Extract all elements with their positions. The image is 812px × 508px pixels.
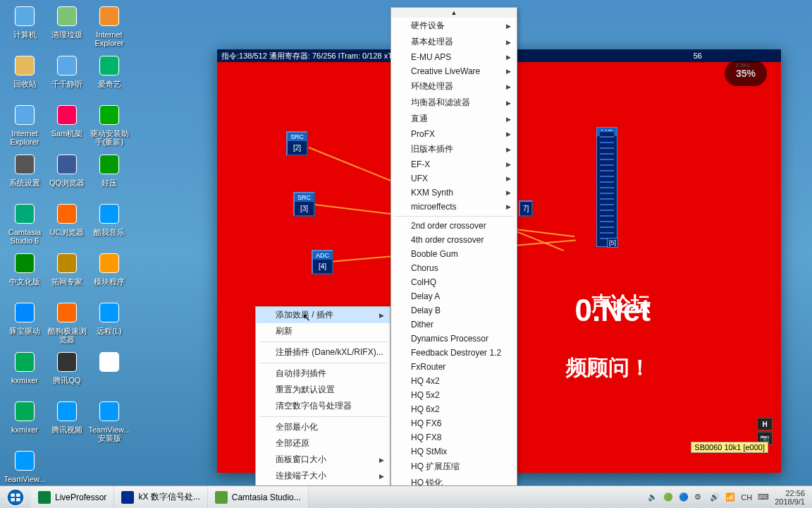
menu-item[interactable]: 刷新 — [256, 323, 390, 339]
node-body: [2] — [288, 141, 307, 155]
menu-item[interactable]: KXM Synth▶ — [391, 186, 517, 200]
desktop-icon[interactable]: TeamView...安装版 — [88, 399, 130, 448]
menu-item[interactable]: HQ 扩展压缩 — [391, 459, 517, 475]
menu-item[interactable]: HQ FX8 — [391, 430, 517, 445]
menu-scroll-up[interactable]: ▲ — [391, 8, 517, 18]
app-icon — [12, 102, 37, 128]
desktop-icon[interactable]: 系统设置 — [4, 152, 46, 201]
desktop-icon[interactable]: Internet Explorer — [88, 4, 130, 53]
desktop-icon[interactable]: 豚宝驱动 — [4, 300, 46, 349]
desktop-icon[interactable]: 酷我音乐 — [88, 201, 130, 250]
menu-item[interactable]: ProFX▶ — [391, 127, 517, 141]
menu-item[interactable]: 自动排列插件 — [256, 365, 390, 382]
watermark-3: 频顾问！ — [566, 353, 651, 382]
menu-item[interactable]: E-MU APS▶ — [391, 50, 517, 64]
dsp-node-adc-4[interactable]: ADC [4] — [312, 250, 333, 274]
desktop-icon[interactable]: 计算机 — [4, 4, 46, 53]
menu-item[interactable]: 面板窗口大小▶ — [256, 452, 390, 468]
task-label: LiveProfessor — [55, 492, 106, 502]
tray-icon[interactable]: ⚙ — [694, 492, 704, 502]
tray-icon[interactable]: 📶 — [725, 492, 735, 502]
menu-item[interactable]: Booble Gum — [391, 247, 517, 261]
tray-icon[interactable]: 🟢 — [663, 492, 673, 502]
taskbar-item[interactable]: kX 数字信号处... — [114, 486, 207, 508]
menu-item[interactable]: 2nd order crossover — [391, 219, 517, 233]
app-icon — [54, 102, 80, 128]
desktop-icon[interactable]: 模块程序 — [88, 250, 130, 300]
menu-item[interactable]: 直通▶ — [391, 111, 517, 127]
dsp-node-mid[interactable]: 7] — [519, 200, 533, 217]
menu-item[interactable]: Delay A — [391, 289, 517, 303]
menu-item[interactable]: HQ 5x2 — [391, 388, 517, 402]
desktop-icon[interactable]: 清理垃圾 — [46, 4, 88, 53]
app-icon — [38, 491, 51, 504]
menu-item[interactable]: 旧版本插件▶ — [391, 141, 517, 157]
desktop-icon[interactable]: 酷狗极速浏览器 — [46, 300, 88, 349]
taskbar-item[interactable]: Camtasia Studio... — [208, 486, 309, 508]
meter-out[interactable]: [5] — [607, 238, 618, 248]
taskbar-item[interactable]: LiveProfessor — [31, 486, 114, 508]
tray-icon[interactable]: 🔵 — [679, 492, 689, 502]
icon-label: 好压 — [102, 179, 117, 187]
ime-icon[interactable]: ⌨ — [758, 492, 769, 502]
menu-item[interactable]: 均衡器和滤波器▶ — [391, 95, 517, 111]
menu-item[interactable]: ColHQ — [391, 275, 517, 289]
menu-item[interactable]: 4th order crossover — [391, 233, 517, 247]
app-icon — [12, 349, 37, 375]
menu-item[interactable]: 重置为默认设置 — [256, 382, 390, 398]
menu-item[interactable]: Feedback Destroyer 1.2 — [391, 346, 517, 360]
clock[interactable]: 22:56 2018/9/1 — [775, 489, 805, 506]
menu-item[interactable]: 清空数字信号处理器 — [256, 398, 390, 414]
desktop-icon[interactable]: UC浏览器 — [46, 201, 88, 250]
app-icon — [12, 448, 37, 473]
desktop-icon[interactable]: Camtasia Studio 6 — [4, 201, 46, 250]
tool-button-1[interactable]: H — [757, 418, 773, 430]
desktop-icon[interactable]: Internet Explorer — [4, 102, 46, 152]
desktop-icon[interactable]: kxmixer — [4, 349, 46, 399]
desktop-icon[interactable]: 腾讯视频 — [46, 399, 88, 448]
menu-item[interactable]: HQ StMix — [391, 445, 517, 459]
desktop-icon[interactable]: 驱动安装助手(重装) — [88, 102, 130, 152]
menu-item[interactable]: FxRouter — [391, 360, 517, 374]
start-button[interactable] — [0, 486, 31, 508]
desktop-icon[interactable]: 中文化版 — [4, 250, 46, 300]
menu-item[interactable]: HQ 4x2 — [391, 374, 517, 388]
desktop-icon[interactable]: 好压 — [88, 152, 130, 201]
menu-item[interactable]: 添加效果 / 插件▶ — [256, 307, 390, 323]
svg-rect-11 — [100, 155, 119, 174]
menu-item[interactable]: HQ FX6 — [391, 416, 517, 430]
desktop-icon[interactable]: 爱奇艺 — [88, 53, 130, 102]
menu-item[interactable]: UFX▶ — [391, 171, 517, 186]
menu-item[interactable]: 注册插件 (Dane/kXL/RIFX)... — [256, 344, 390, 361]
svg-rect-21 — [16, 353, 35, 372]
desktop-icon[interactable]: Sam机架 — [46, 102, 88, 152]
desktop-icon[interactable]: kxmixer — [4, 399, 46, 448]
desktop-icon[interactable] — [88, 349, 130, 399]
menu-item[interactable]: Delay B — [391, 303, 517, 318]
menu-item[interactable]: 全部最小化 — [256, 419, 390, 435]
desktop-icon[interactable]: 腾讯QQ — [46, 349, 88, 399]
tray-icon[interactable]: 🔊 — [710, 492, 720, 502]
desktop-icon[interactable]: QQ浏览器 — [46, 152, 88, 201]
tray-icon[interactable]: 🔈 — [648, 492, 658, 502]
desktop-icon[interactable]: 回收站 — [4, 53, 46, 102]
desktop-icon[interactable]: 远程(L) — [88, 300, 130, 349]
menu-item[interactable]: 连接端子大小▶ — [256, 468, 390, 484]
menu-item[interactable]: Dither — [391, 318, 517, 332]
menu-item[interactable]: 硬件设备▶ — [391, 18, 517, 34]
menu-item[interactable]: Chorus — [391, 261, 517, 275]
menu-item[interactable]: HQ 6x2 — [391, 402, 517, 416]
desktop-icon[interactable]: 千千静听 — [46, 53, 88, 102]
svg-rect-24 — [16, 402, 35, 421]
ime-indicator[interactable]: CH — [741, 493, 752, 502]
menu-item[interactable]: Creative LiveWare▶ — [391, 64, 517, 78]
menu-item[interactable]: 基本处理器▶ — [391, 34, 517, 50]
dsp-node-src-3[interactable]: SRC [3] — [293, 192, 315, 217]
menu-item[interactable]: EF-X▶ — [391, 157, 517, 171]
menu-item[interactable]: Dynamics Processor — [391, 332, 517, 346]
menu-item[interactable]: microeffects▶ — [391, 200, 517, 214]
menu-item[interactable]: 环绕处理器▶ — [391, 78, 517, 95]
menu-item[interactable]: 全部还原 — [256, 435, 390, 452]
desktop-icon[interactable]: 拓网专家 — [46, 250, 88, 300]
dsp-node-src-2[interactable]: SRC [2] — [286, 131, 308, 156]
